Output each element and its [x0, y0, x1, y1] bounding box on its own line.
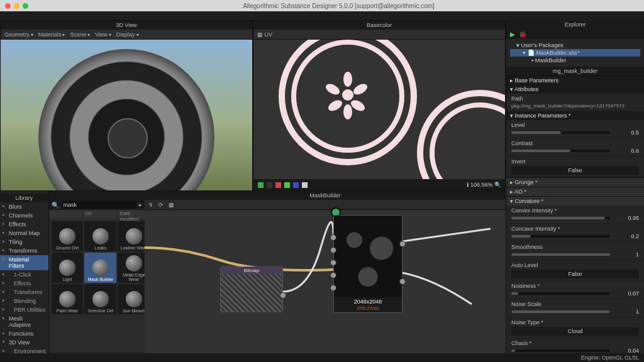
- library-thumb[interactable]: Leaks: [84, 221, 116, 251]
- section-header[interactable]: ▸ AO *: [506, 187, 644, 196]
- param-label: Noise Scale: [511, 301, 639, 307]
- graph-canvas[interactable]: Bitmap 2048x2048 278.27ms: [145, 210, 506, 362]
- param-value[interactable]: 0.2: [614, 233, 639, 239]
- library-tree-subitem[interactable]: Transforms: [0, 288, 48, 297]
- library-tree-item[interactable]: Blurs: [0, 202, 48, 211]
- node-input-port[interactable]: [330, 234, 336, 241]
- param-dropdown[interactable]: Cloud: [511, 327, 639, 336]
- library-tree-item[interactable]: Material Filters: [0, 255, 48, 270]
- param-value[interactable]: 0.07: [614, 290, 639, 297]
- library-tree-item[interactable]: Normal Map: [0, 229, 48, 238]
- param-row: Noise Type *Cloud: [506, 317, 644, 338]
- library-tree-item[interactable]: Functions: [0, 329, 48, 338]
- toolbar-graph: ↯ ⟳ ▦: [145, 200, 506, 210]
- library-thumb[interactable]: Selective Dirt: [84, 284, 116, 314]
- param-dropdown[interactable]: False: [511, 166, 639, 175]
- section-header[interactable]: ▸ Base Parameters: [506, 76, 644, 85]
- play-icon[interactable]: ▶: [510, 31, 515, 38]
- graph-tool-icon[interactable]: ▦: [169, 202, 174, 208]
- panel-title-label: MaskBuilder: [309, 192, 341, 199]
- library-tree-item[interactable]: Effects: [0, 220, 48, 229]
- channel-a[interactable]: [301, 182, 308, 189]
- library-thumb[interactable]: Light: [52, 253, 84, 283]
- library-thumb[interactable]: Mask Builder: [84, 253, 116, 283]
- node-bitmap[interactable]: Bitmap: [220, 266, 283, 312]
- param-slider[interactable]: [511, 292, 610, 295]
- viewport-2d-toolbar: ℹ 106.56% 🔍: [253, 179, 505, 190]
- menu-geometry[interactable]: Geometry: [4, 31, 33, 38]
- library-tree-item[interactable]: Channels: [0, 211, 48, 220]
- node-input-port[interactable]: [330, 285, 336, 291]
- library-tree-item[interactable]: Tiling: [0, 238, 48, 246]
- node-input-port[interactable]: [330, 260, 336, 266]
- minimize-window-icon[interactable]: [14, 3, 19, 9]
- tree-row[interactable]: ▪ MaskBuilder: [510, 57, 640, 64]
- param-value[interactable]: 0.95: [614, 215, 639, 221]
- panel-title-props: mg_mask_builder: [506, 67, 644, 75]
- channel-r[interactable]: [275, 182, 282, 189]
- channel-g[interactable]: [284, 182, 291, 189]
- node-output-port[interactable]: [399, 241, 406, 247]
- graph-wires: [145, 210, 506, 362]
- library-tree-subitem[interactable]: PBR Utilities: [0, 305, 48, 314]
- param-value[interactable]: 0.6: [614, 148, 639, 154]
- library-tree-subitem[interactable]: Effects: [0, 279, 48, 288]
- zoom-level[interactable]: ℹ 106.56% 🔍: [467, 182, 501, 188]
- param-slider[interactable]: [511, 310, 610, 313]
- library-grid: 🔍 + ⚙ Url Date modified Ground DirtLeaks…: [49, 191, 153, 362]
- param-row: Concave Intensity *0.2: [506, 224, 644, 242]
- graph-tool-icon[interactable]: ⟳: [158, 202, 164, 208]
- param-slider[interactable]: [511, 131, 610, 134]
- menu-view[interactable]: View: [95, 31, 111, 38]
- section-header[interactable]: ▸ Grunge *: [506, 177, 644, 187]
- param-slider[interactable]: [511, 150, 610, 152]
- library-tree-subitem[interactable]: Blending: [0, 297, 48, 305]
- menu-materials[interactable]: Materials: [38, 31, 65, 38]
- node-output-port[interactable]: [399, 278, 406, 285]
- viewport-2d[interactable]: 2048 x 2048 (RGBA, 8bpc) ℹ 106.56% 🔍: [253, 40, 505, 190]
- param-value[interactable]: 1: [614, 251, 639, 258]
- param-slider[interactable]: [511, 349, 610, 352]
- section-header[interactable]: ▾ Curvature *: [506, 196, 644, 206]
- refresh-icon[interactable]: 🐞: [519, 31, 526, 38]
- close-window-icon[interactable]: [5, 3, 11, 9]
- tree-row[interactable]: ▾ User's Packages: [510, 41, 640, 49]
- param-value[interactable]: 1: [614, 309, 639, 315]
- explorer-tree: ▾ User's Packages ▾ 📄 MaskBuilder.sbs* ▪…: [506, 39, 644, 67]
- node-output-port[interactable]: [280, 292, 286, 299]
- node-input-port[interactable]: [330, 247, 336, 253]
- menu-bar: [0, 11, 644, 20]
- node-output[interactable]: 2048x2048 278.27ms: [333, 215, 402, 313]
- library-tree-subitem[interactable]: 1-Click: [0, 270, 48, 279]
- menu-scene[interactable]: Scene: [70, 31, 91, 38]
- uv-toggle[interactable]: ▦ UV: [257, 31, 272, 38]
- panel-title-library: Library: [0, 194, 48, 202]
- maximize-window-icon[interactable]: [23, 3, 28, 9]
- library-thumb[interactable]: Paint Wear: [52, 284, 84, 314]
- node-input-port[interactable]: [330, 272, 336, 278]
- param-slider[interactable]: [511, 253, 610, 256]
- section-header[interactable]: ▾ Attributes: [506, 85, 644, 94]
- param-label: Contrast: [511, 140, 639, 146]
- mesh-preview: [38, 49, 214, 190]
- param-slider[interactable]: [511, 217, 610, 219]
- library-tree-item[interactable]: Transforms: [0, 246, 48, 255]
- library-tree-item[interactable]: 3D View: [0, 338, 48, 347]
- search-input[interactable]: [62, 201, 136, 209]
- add-icon[interactable]: +: [138, 202, 142, 209]
- channel-b[interactable]: [292, 182, 299, 189]
- param-label: Auto Level: [511, 262, 639, 268]
- param-row: Noise Scale1: [506, 299, 644, 317]
- param-slider[interactable]: [511, 235, 610, 238]
- param-value[interactable]: 0.5: [614, 129, 639, 136]
- library-tree-item[interactable]: Mesh Adaptive: [0, 314, 48, 329]
- channel-swatch[interactable]: [257, 182, 264, 189]
- section-header[interactable]: ▾ Instance Parameters *: [506, 111, 644, 120]
- param-dropdown[interactable]: False: [511, 270, 639, 278]
- tree-row[interactable]: ▾ 📄 MaskBuilder.sbs*: [510, 49, 640, 57]
- channel-swatch[interactable]: [266, 182, 273, 189]
- menu-display[interactable]: Display: [116, 31, 139, 38]
- library-thumb[interactable]: Ground Dirt: [52, 221, 84, 251]
- graph-tool-icon[interactable]: ↯: [148, 202, 153, 208]
- viewport-3d[interactable]: [1, 40, 252, 190]
